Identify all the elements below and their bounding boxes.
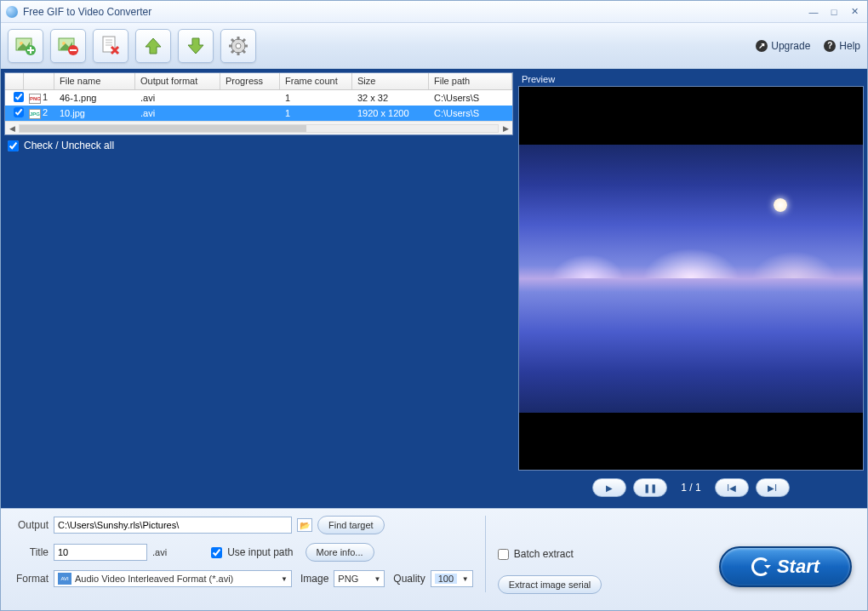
start-label: Start: [777, 556, 819, 578]
col-output-format[interactable]: Output format: [135, 73, 220, 89]
svg-point-8: [236, 43, 241, 49]
extract-image-serial-button[interactable]: Extract image serial: [498, 575, 602, 594]
batch-extract-checkbox[interactable]: [498, 549, 509, 560]
preview-panel: Preview ▶ ❚❚ 1 / 1 I◀ ▶I: [518, 72, 864, 505]
file-type-icon: PNG: [29, 94, 41, 104]
remove-file-icon: [57, 35, 79, 57]
prev-frame-button[interactable]: I◀: [715, 478, 749, 497]
minimize-button[interactable]: —: [806, 6, 821, 18]
title-label: Title: [11, 546, 49, 558]
toolbar: ↗ Upgrade ? Help: [1, 23, 867, 69]
help-icon: ?: [824, 40, 836, 52]
title-input[interactable]: [54, 544, 147, 561]
remove-file-button[interactable]: [50, 29, 86, 63]
col-frame-count[interactable]: Frame count: [280, 73, 352, 89]
move-down-icon: [185, 35, 207, 57]
col-file-path[interactable]: File path: [429, 73, 512, 89]
batch-extract-label: Batch extract: [514, 548, 574, 560]
list-body: PNG1 46-1.png .avi 1 32 x 32 C:\Users\S …: [5, 90, 512, 121]
close-button[interactable]: ✕: [847, 6, 862, 18]
row-checkbox[interactable]: [14, 92, 24, 102]
find-target-button[interactable]: Find target: [317, 516, 385, 534]
clear-list-button[interactable]: [93, 29, 128, 63]
clear-list-icon: [100, 35, 122, 57]
upgrade-link[interactable]: ↗ Upgrade: [756, 40, 810, 52]
gear-icon: [227, 35, 249, 57]
chevron-down-icon: ▼: [462, 575, 469, 583]
col-size[interactable]: Size: [352, 73, 429, 89]
app-title: Free GIF to Video Converter: [23, 6, 151, 18]
col-file-name[interactable]: File name: [54, 73, 135, 89]
move-down-button[interactable]: [178, 29, 214, 63]
title-extension: .avi: [152, 547, 167, 557]
output-label: Output: [11, 519, 49, 531]
start-icon: [751, 557, 770, 576]
quality-select[interactable]: 100 ▼: [431, 570, 473, 587]
check-all-label: Check / Uncheck all: [24, 140, 114, 151]
upgrade-icon: ↗: [756, 40, 768, 52]
horizontal-scrollbar[interactable]: ◀ ▶: [5, 121, 512, 134]
pause-button[interactable]: ❚❚: [633, 478, 667, 497]
frame-indicator: 1 / 1: [681, 482, 700, 494]
preview-controls: ▶ ❚❚ 1 / 1 I◀ ▶I: [518, 471, 864, 505]
format-label: Format: [11, 573, 49, 585]
preview-image: [519, 145, 863, 413]
output-path-input[interactable]: [54, 517, 292, 534]
move-up-button[interactable]: [135, 29, 171, 63]
col-progress[interactable]: Progress: [220, 73, 280, 89]
use-input-path-label: Use input path: [227, 546, 293, 558]
format-icon: AVI: [58, 573, 71, 585]
start-button[interactable]: Start: [719, 546, 852, 587]
preview-label: Preview: [518, 72, 864, 86]
chevron-down-icon: ▼: [281, 575, 288, 583]
check-all-row: Check / Uncheck all: [4, 135, 513, 156]
move-up-icon: [142, 35, 164, 57]
next-frame-button[interactable]: ▶I: [756, 478, 790, 497]
maximize-button[interactable]: □: [826, 6, 842, 18]
file-type-icon: JPG: [29, 109, 41, 119]
help-label: Help: [839, 40, 860, 52]
upgrade-label: Upgrade: [771, 40, 810, 52]
quality-label: Quality: [393, 573, 425, 585]
chevron-down-icon: ▼: [374, 575, 380, 583]
table-row[interactable]: JPG2 10.jpg .avi 1 1920 x 1200 C:\Users\…: [5, 106, 512, 121]
play-button[interactable]: ▶: [592, 478, 626, 497]
table-row[interactable]: PNG1 46-1.png .avi 1 32 x 32 C:\Users\S: [5, 90, 512, 106]
title-bar: Free GIF to Video Converter — □ ✕: [1, 1, 867, 23]
app-icon: [6, 6, 18, 18]
image-label: Image: [300, 573, 328, 585]
file-list: File name Output format Progress Frame c…: [4, 72, 513, 135]
format-select[interactable]: AVI Audio Video Interleaved Format (*.av…: [54, 570, 292, 587]
browse-output-button[interactable]: 📂: [297, 518, 312, 532]
help-link[interactable]: ? Help: [824, 40, 860, 52]
add-file-button[interactable]: [8, 29, 43, 63]
preview-box: [518, 86, 864, 471]
settings-button[interactable]: [220, 29, 256, 63]
add-file-icon: [14, 35, 37, 57]
bottom-panel: Output 📂 Find target Title .avi Use inpu…: [1, 508, 867, 610]
list-header: File name Output format Progress Frame c…: [5, 73, 512, 90]
row-checkbox[interactable]: [14, 107, 24, 117]
more-info-button[interactable]: More info...: [306, 543, 374, 562]
image-format-select[interactable]: PNG ▼: [334, 570, 385, 587]
use-input-path-checkbox[interactable]: [211, 547, 222, 558]
check-all-checkbox[interactable]: [8, 140, 19, 151]
